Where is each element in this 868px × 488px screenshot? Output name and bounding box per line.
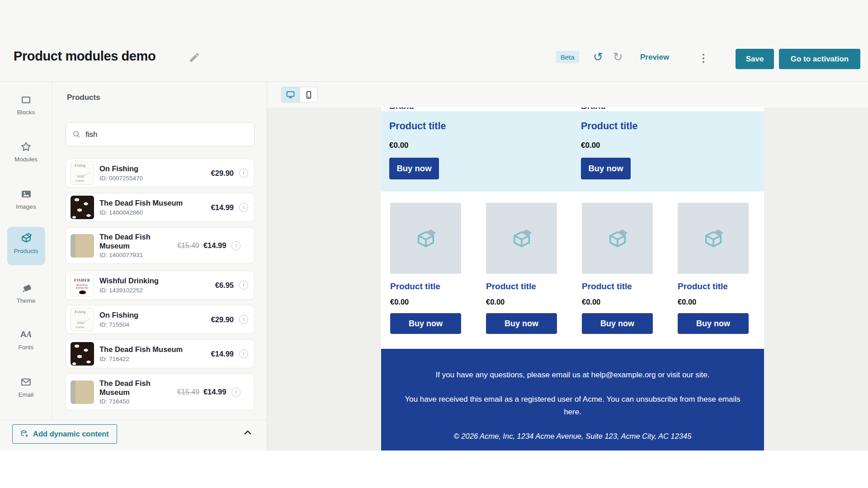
save-button[interactable]: Save xyxy=(736,49,774,69)
sidebar-item-images[interactable]: Images xyxy=(0,188,52,210)
search-input[interactable] xyxy=(85,130,248,139)
product-image-placeholder xyxy=(582,203,653,274)
redo-icon[interactable]: ↻ xyxy=(610,49,626,65)
mobile-view-toggle[interactable] xyxy=(300,87,318,102)
images-icon xyxy=(20,188,32,200)
dynamic-content-db-plus-icon xyxy=(20,430,29,438)
hero-product-column: Product title €0.00 Buy now xyxy=(581,111,753,179)
edit-title-pencil-icon[interactable] xyxy=(189,52,200,63)
desktop-view-toggle[interactable] xyxy=(282,87,300,102)
grid-product-card: Product title €0.00 Buy now xyxy=(486,203,557,334)
grid-product-card: Product title €0.00 Buy now xyxy=(678,203,749,334)
screen: Product modules demo Beta ↺ ↻ Preview Sa… xyxy=(0,0,868,488)
product-title: Product title xyxy=(389,121,561,132)
email-preview: Brand Brand Product title €0.00 Buy now … xyxy=(381,108,764,450)
buy-now-button[interactable]: Buy now xyxy=(582,313,653,334)
buy-now-button[interactable]: Buy now xyxy=(678,313,749,334)
info-icon[interactable]: i xyxy=(239,349,248,358)
email-envelope-icon xyxy=(20,376,32,388)
product-price: €0.00 xyxy=(678,298,749,306)
email-footer-section[interactable]: If you have any questions, please email … xyxy=(381,349,764,450)
top-header: Product modules demo Beta ↺ ↻ Preview Sa… xyxy=(0,0,868,82)
buy-now-button[interactable]: Buy now xyxy=(389,158,439,179)
mobile-icon xyxy=(304,90,313,99)
products-box-icon xyxy=(20,232,32,244)
search-icon xyxy=(72,130,81,139)
product-title: Product title xyxy=(486,282,557,291)
sidebar-item-theme[interactable]: Theme xyxy=(0,282,52,304)
product-title: Product title xyxy=(678,282,749,291)
beta-badge: Beta xyxy=(556,51,579,63)
product-title: Product title xyxy=(581,121,753,132)
product-list-item[interactable]: The Dead Fish Museum ID: 1400077931 €15.… xyxy=(66,227,255,264)
product-title: Product title xyxy=(390,282,461,291)
undo-icon[interactable]: ↺ xyxy=(590,49,606,65)
product-thumbnail: FishingbrianClarke xyxy=(71,161,94,185)
product-title: Product title xyxy=(582,282,653,291)
info-icon[interactable]: i xyxy=(239,203,248,212)
buy-now-button[interactable]: Buy now xyxy=(581,158,631,179)
left-icon-rail: Blocks Modules Images Produ xyxy=(0,82,52,420)
product-list-item[interactable]: The Dead Fish Museum ID: 716422 €14.99 i xyxy=(66,339,255,368)
footer-help-text: If you have any questions, please email … xyxy=(387,369,758,381)
product-grid-section[interactable]: Product title €0.00 Buy now Product titl… xyxy=(381,192,764,349)
clipped-brand-row: Brand Brand xyxy=(381,108,764,111)
app-window: Product modules demo Beta ↺ ↻ Preview Sa… xyxy=(0,0,868,450)
product-thumbnail xyxy=(71,196,94,219)
blocks-icon xyxy=(20,94,32,105)
hero-product-column: Product title €0.00 Buy now xyxy=(389,111,561,179)
brand-label: Brand xyxy=(389,108,414,111)
hero-products-section[interactable]: Product title €0.00 Buy now Product titl… xyxy=(381,111,764,192)
page-title: Product modules demo xyxy=(14,49,156,64)
desktop-icon xyxy=(286,90,295,99)
product-list-item[interactable]: The Dead Fish Museum ID: 1400042860 €14.… xyxy=(66,193,255,222)
product-thumbnail xyxy=(71,342,94,366)
more-options-kebab-icon[interactable] xyxy=(698,52,709,65)
grid-product-card: Product title €0.00 Buy now xyxy=(390,203,461,334)
add-dynamic-content-button[interactable]: Add dynamic content xyxy=(12,424,117,444)
info-icon[interactable]: i xyxy=(239,169,248,178)
product-image-placeholder xyxy=(678,203,749,274)
product-image-placeholder xyxy=(390,203,461,274)
buy-now-button[interactable]: Buy now xyxy=(486,313,557,334)
panel-footer: Add dynamic content xyxy=(0,420,267,450)
product-thumbnail: FISHERWISHFUL DRINKING xyxy=(71,273,94,297)
product-thumbnail xyxy=(71,234,94,258)
footer-unsubscribe-text: You have received this email as a regist… xyxy=(396,393,749,418)
product-list-item[interactable]: The Dead Fish Museum ID: 716450 €15.49 €… xyxy=(66,374,255,410)
brand-label: Brand xyxy=(581,108,606,111)
buy-now-button[interactable]: Buy now xyxy=(390,313,461,334)
info-icon[interactable]: i xyxy=(231,388,241,397)
sidebar-item-email[interactable]: Email xyxy=(0,376,52,398)
panel-title: Products xyxy=(67,93,100,102)
preview-button[interactable]: Preview xyxy=(640,53,669,62)
product-list-item[interactable]: FISHERWISHFUL DRINKING Wishful Drinking … xyxy=(66,271,255,300)
info-icon[interactable]: i xyxy=(231,241,241,250)
product-price: €0.00 xyxy=(389,141,561,150)
sidebar-item-modules[interactable]: Modules xyxy=(0,141,52,163)
product-price: €0.00 xyxy=(390,298,461,306)
info-icon[interactable]: i xyxy=(239,315,248,324)
product-price: €0.00 xyxy=(582,298,653,306)
go-to-activation-button[interactable]: Go to activation xyxy=(779,49,860,69)
fonts-icon: AA xyxy=(20,328,32,340)
sidebar-item-fonts[interactable]: AA Fonts xyxy=(0,328,52,351)
collapse-chevron-up-icon[interactable] xyxy=(241,426,255,439)
product-price: €0.00 xyxy=(486,298,557,306)
product-image-placeholder xyxy=(486,203,557,274)
theme-swatch-icon xyxy=(20,282,32,294)
modules-star-icon xyxy=(20,141,32,152)
grid-product-card: Product title €0.00 Buy now xyxy=(582,203,653,334)
product-thumbnail: FishingbrianClarke xyxy=(71,308,94,331)
info-icon[interactable]: i xyxy=(239,281,248,290)
footer-copyright-text: © 2026 Acme, Inc, 1234 Acme Avenue, Suit… xyxy=(387,430,758,442)
sidebar-item-products[interactable]: Products xyxy=(0,232,52,254)
product-list-item[interactable]: FishingbrianClarke On Fishing ID: 000725… xyxy=(66,159,255,188)
device-preview-toggle xyxy=(281,87,318,103)
sidebar-item-blocks[interactable]: Blocks xyxy=(0,94,52,116)
product-search-box[interactable] xyxy=(66,122,255,146)
product-list-item[interactable]: FishingbrianClarke On Fishing ID: 715504… xyxy=(66,305,255,334)
product-thumbnail xyxy=(71,380,94,404)
product-price: €0.00 xyxy=(581,141,753,150)
